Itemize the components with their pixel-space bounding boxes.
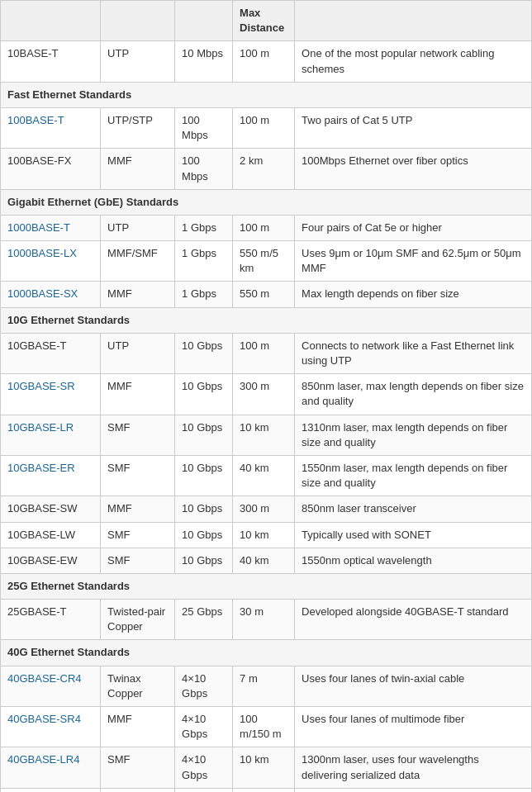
cable-type-cell: MMF [101,496,175,522]
table-row: 40GBASE-FRSMF40 Gbps2 kmUses 1550nm opti… [1,788,532,792]
notes-cell: 1550nm optical wavelength [295,548,532,573]
col-header-name [1,1,101,41]
ethernet-name-cell[interactable]: 1000BASE-T [1,215,101,240]
max-distance-cell: 10 km [233,747,295,788]
cable-type-cell: MMF [101,374,175,415]
max-distance-cell: 100 m [233,107,295,148]
table-row: 10GBASE-SRMMF10 Gbps300 m850nm laser, ma… [1,374,532,415]
ethernet-name-cell: 10BASE-T [1,41,101,82]
ethernet-name-link[interactable]: 40GBASE-CR4 [7,672,82,685]
notes-cell: 100Mbps Ethernet over fiber optics [295,149,532,189]
cable-type-cell: SMF [101,415,175,455]
section-header-row: 40G Ethernet Standards [1,640,532,666]
max-distance-cell: 300 m [233,496,295,522]
table-row: 40GBASE-CR4Twinax Copper4×10 Gbps7 mUses… [1,666,532,706]
notes-cell: 1550nm laser, max length depends on fibe… [295,455,532,496]
ethernet-name-link[interactable]: 1000BASE-SX [7,287,78,300]
ethernet-name-cell[interactable]: 1000BASE-SX [1,282,101,307]
cable-type-cell: Twisted-pair Copper [101,600,175,640]
table-row: 10GBASE-TUTP10 Gbps100 mConnects to netw… [1,333,532,373]
notes-cell: Two pairs of Cat 5 UTP [295,107,532,148]
ethernet-name-cell[interactable]: 40GBASE-CR4 [1,666,101,706]
section-header-row: Gigabit Ethernet (GbE) Standards [1,189,532,215]
notes-cell: 850nm laser transceiver [295,496,532,522]
table-row: 1000BASE-SXMMF1 Gbps550 mMax length depe… [1,282,532,307]
max-speed-cell: 10 Mbps [175,41,233,82]
notes-cell: 1300nm laser, uses four wavelengths deli… [295,747,532,788]
col-header-distance: MaxDistance [233,1,295,41]
max-distance-cell: 10 km [233,415,295,455]
cable-type-cell: SMF [101,455,175,496]
table-row: 10GBASE-LRSMF10 Gbps10 km1310nm laser, m… [1,415,532,455]
max-distance-cell: 100 m [233,333,295,373]
max-distance-cell: 7 m [233,666,295,706]
ethernet-name-cell[interactable]: 10GBASE-LR [1,415,101,455]
cable-type-cell: UTP [101,333,175,373]
section-header-label: 25G Ethernet Standards [1,573,532,599]
table-row: 100BASE-FXMMF100 Mbps2 km100Mbps Etherne… [1,149,532,189]
table-row: 10BASE-TUTP10 Mbps100 mOne of the most p… [1,41,532,82]
ethernet-name-link[interactable]: 10GBASE-SR [7,380,75,392]
table-row: 1000BASE-TUTP1 Gbps100 mFour pairs of Ca… [1,215,532,240]
ethernet-name-link[interactable]: 1000BASE-LX [7,247,77,259]
table-row: 10GBASE-ERSMF10 Gbps40 km1550nm laser, m… [1,455,532,496]
max-speed-cell: 10 Gbps [175,374,233,415]
notes-cell: Connects to network like a Fast Ethernet… [295,333,532,373]
max-distance-cell: 40 km [233,455,295,496]
max-distance-cell: 100 m [233,215,295,240]
ethernet-name-cell[interactable]: 40GBASE-SR4 [1,707,101,747]
max-speed-cell: 10 Gbps [175,496,233,522]
table-row: 10GBASE-LWSMF10 Gbps10 kmTypically used … [1,522,532,548]
ethernet-name-link[interactable]: 1000BASE-T [7,221,70,234]
ethernet-name-link[interactable]: 10GBASE-LR [7,421,74,434]
max-distance-cell: 30 m [233,600,295,640]
ethernet-name-cell: 40GBASE-FR [1,788,101,792]
cable-type-cell: MMF [101,149,175,189]
max-speed-cell: 10 Gbps [175,548,233,573]
ethernet-name-cell[interactable]: 100BASE-T [1,107,101,148]
max-speed-cell: 25 Gbps [175,600,233,640]
ethernet-name-cell[interactable]: 1000BASE-LX [1,241,101,282]
cable-type-cell: UTP [101,41,175,82]
max-distance-cell: 2 km [233,149,295,189]
ethernet-name-link[interactable]: 40GBASE-SR4 [7,713,81,725]
max-speed-cell: 40 Gbps [175,788,233,792]
max-distance-cell: 100 m [233,41,295,82]
ethernet-name-cell[interactable]: 10GBASE-SR [1,374,101,415]
notes-cell: Developed alongside 40GBASE-T standard [295,600,532,640]
max-speed-cell: 1 Gbps [175,215,233,240]
max-speed-cell: 10 Gbps [175,333,233,373]
max-speed-cell: 4×10 Gbps [175,707,233,747]
max-distance-cell: 300 m [233,374,295,415]
max-distance-cell: 550 m/5 km [233,241,295,282]
ethernet-name-cell[interactable]: 40GBASE-LR4 [1,747,101,788]
max-speed-cell: 10 Gbps [175,522,233,548]
col-header-cable [101,1,175,41]
max-speed-cell: 1 Gbps [175,282,233,307]
cable-type-cell: UTP/STP [101,107,175,148]
max-speed-cell: 10 Gbps [175,455,233,496]
max-speed-cell: 1 Gbps [175,241,233,282]
notes-cell: Uses 1550nm optics [295,788,532,792]
cable-type-cell: SMF [101,548,175,573]
max-distance-cell: 2 km [233,788,295,792]
notes-cell: 1310nm laser, max length depends on fibe… [295,415,532,455]
max-distance-cell: 550 m [233,282,295,307]
section-header-label: 40G Ethernet Standards [1,640,532,666]
ethernet-name-cell: 10GBASE-SW [1,496,101,522]
col-header-notes [295,1,532,41]
notes-cell: Uses four lanes of multimode fiber [295,707,532,747]
table-row: 10GBASE-EWSMF10 Gbps40 km1550nm optical … [1,548,532,573]
ethernet-name-link[interactable]: 100BASE-T [7,114,64,126]
notes-cell: Typically used with SONET [295,522,532,548]
cable-type-cell: UTP [101,215,175,240]
max-speed-cell: 4×10 Gbps [175,747,233,788]
table-row: 40GBASE-LR4SMF4×10 Gbps10 km1300nm laser… [1,747,532,788]
max-speed-cell: 100 Mbps [175,107,233,148]
ethernet-name-cell: 10GBASE-T [1,333,101,373]
ethernet-name-link[interactable]: 10GBASE-ER [7,462,75,474]
ethernet-name-link[interactable]: 40GBASE-LR4 [7,753,79,766]
table-row: 40GBASE-SR4MMF4×10 Gbps100 m/150 mUses f… [1,707,532,747]
ethernet-name-cell[interactable]: 10GBASE-ER [1,455,101,496]
cable-type-cell: SMF [101,788,175,792]
